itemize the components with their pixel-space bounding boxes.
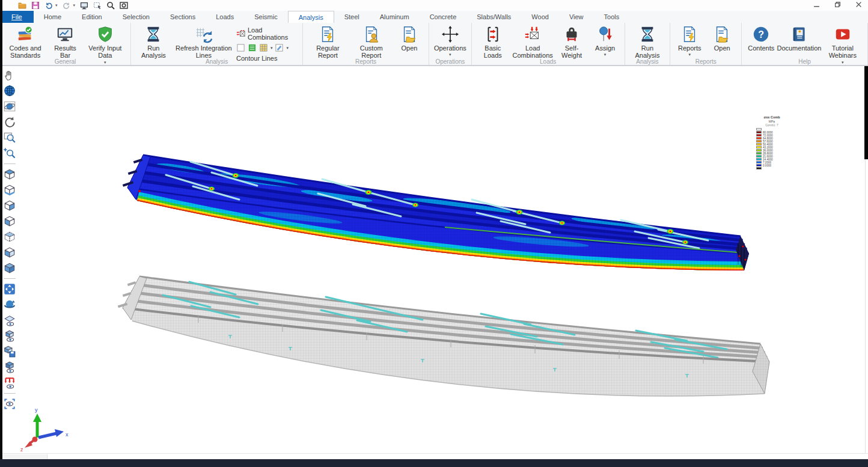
custom-report-button[interactable]: Custom Report — [350, 25, 393, 60]
tab-aluminum[interactable]: Aluminum — [370, 11, 420, 23]
window-controls — [813, 1, 862, 8]
ribbon-group-analysis: Run Analysis Refresh Integration Lines L… — [131, 23, 303, 65]
tab-selection[interactable]: Selection — [112, 11, 160, 23]
show-elements-icon[interactable] — [3, 329, 16, 343]
operations-button[interactable]: Operations ▾ — [432, 25, 468, 57]
report-person-icon — [362, 25, 381, 43]
open-button[interactable]: Open — [706, 25, 738, 52]
zoom-window-icon[interactable] — [3, 131, 16, 144]
tab-home[interactable]: Home — [34, 11, 72, 23]
tab-analysis[interactable]: Analysis — [288, 11, 334, 23]
legend-color-swatch — [756, 134, 762, 137]
view-iso-icon[interactable] — [3, 261, 16, 275]
assign-button[interactable]: Assign ▾ — [589, 25, 622, 57]
section-view-icon[interactable] — [3, 314, 16, 327]
search-icon[interactable] — [106, 1, 115, 10]
legend-color-swatch — [756, 167, 762, 170]
tab-concrete[interactable]: Concrete — [420, 11, 467, 23]
button-label: Open — [714, 44, 730, 52]
orbit-3d-icon[interactable] — [3, 298, 16, 311]
button-label: Run Analysis — [630, 44, 665, 60]
group-name: General — [0, 58, 130, 65]
load-combinations-option[interactable]: Load Combinations — [236, 26, 299, 41]
documentation-button[interactable]: Documentation — [777, 25, 821, 52]
contents-button[interactable]: ? Contents — [745, 25, 777, 52]
pan-icon[interactable] — [3, 69, 16, 82]
run-analysis-button[interactable]: Run Analysis — [134, 25, 173, 60]
view-top-icon[interactable] — [3, 168, 16, 181]
results-screen-icon[interactable] — [80, 1, 88, 10]
video-play-icon — [834, 25, 852, 43]
select-area-icon[interactable] — [93, 1, 102, 10]
save-view-icon[interactable] — [3, 345, 16, 358]
legend-value: 0.0000 — [763, 164, 771, 167]
show-selection-icon[interactable] — [3, 397, 16, 411]
self-weight-button[interactable]: Self-Weight — [555, 25, 589, 60]
show-loads-icon[interactable] — [3, 376, 16, 389]
run-analysis-button-2[interactable]: Run Analysis — [628, 25, 667, 60]
dropdown-arrow-icon[interactable]: ▾ — [286, 46, 289, 50]
tab-view[interactable]: View — [559, 11, 594, 23]
rotate-view-icon[interactable] — [3, 115, 16, 129]
show-model-icon[interactable] — [3, 361, 16, 374]
tab-file[interactable]: File — [0, 11, 34, 23]
close-button[interactable] — [855, 1, 862, 8]
zoom-fit-icon[interactable] — [3, 282, 16, 296]
basic-loads-button[interactable]: Basic Loads — [475, 25, 511, 60]
undo-dropdown-icon[interactable]: ▾ — [55, 3, 58, 8]
refresh-integration-lines-button[interactable]: Refresh Integration Lines — [173, 25, 234, 60]
dropdown-arrow-icon: ▾ — [449, 52, 451, 56]
zoom-capture-icon[interactable] — [120, 1, 128, 10]
contour-table-icon[interactable] — [259, 43, 268, 52]
ribbon-group-reports-2: Reports ▾ Open Reports — [670, 23, 742, 65]
contour-checkbox-icon[interactable] — [236, 43, 245, 52]
orbit-icon[interactable] — [3, 100, 16, 113]
redo-icon[interactable] — [63, 1, 71, 10]
globe-icon[interactable] — [3, 84, 16, 97]
view-back-icon[interactable] — [3, 230, 16, 243]
dropdown-arrow-icon[interactable]: ▾ — [270, 46, 273, 50]
save-icon[interactable] — [31, 1, 40, 10]
tab-edition[interactable]: Edition — [72, 11, 112, 23]
tab-loads[interactable]: Loads — [206, 11, 244, 23]
view-bottom-icon[interactable] — [3, 183, 16, 197]
undo-icon[interactable] — [44, 1, 53, 10]
open-folder-icon[interactable] — [18, 1, 26, 10]
ribbon-tab-bar: FileHomeEditionSelectionSectionsLoadsSei… — [0, 11, 868, 23]
zoom-dynamic-icon[interactable] — [3, 147, 16, 160]
svg-text:?: ? — [758, 29, 764, 40]
group-name: Operations — [429, 58, 471, 65]
tab-slabs-walls[interactable]: Slabs/Walls — [466, 11, 521, 23]
open-report-button[interactable]: Open — [393, 25, 426, 52]
restore-button[interactable] — [834, 1, 841, 8]
tab-steel[interactable]: Steel — [334, 11, 370, 23]
tab-sections[interactable]: Sections — [160, 11, 206, 23]
view-front-icon[interactable] — [3, 246, 16, 259]
legend-color-swatch — [756, 143, 762, 146]
contour-values-icon[interactable] — [248, 43, 257, 52]
codes-and-standards-button[interactable]: Codes and Standards — [3, 25, 47, 60]
legend-entries: 80.000072.000064.800057.600050.400043.20… — [756, 128, 787, 170]
document-folder-icon — [400, 25, 418, 43]
help-question-icon: ? — [752, 25, 770, 43]
ribbon-group-operations: Operations ▾ Operations — [429, 23, 472, 65]
contour-style-icon[interactable] — [275, 43, 284, 52]
results-bar-button[interactable]: Results Bar — [47, 25, 82, 60]
view-left-icon[interactable] — [3, 215, 16, 228]
tab-tools[interactable]: Tools — [594, 11, 630, 23]
button-label: Refresh Integration Lines — [175, 44, 233, 60]
minimize-button[interactable] — [813, 1, 820, 8]
dropdown-arrow-icon: ▾ — [688, 52, 691, 56]
redo-dropdown-icon[interactable]: ▾ — [73, 3, 76, 8]
results-bar-icon — [56, 25, 74, 43]
tab-wood[interactable]: Wood — [521, 11, 559, 23]
tab-seismic[interactable]: Seismic — [244, 11, 288, 23]
regular-report-button[interactable]: Regular Report — [306, 25, 349, 60]
reports-button[interactable]: Reports ▾ — [673, 25, 706, 57]
view-toolbar — [2, 69, 17, 411]
basic-loads-icon — [484, 25, 502, 43]
right-edge-strip — [864, 66, 868, 159]
view-right-icon[interactable] — [3, 199, 16, 212]
load-combinations-button[interactable]: Load Combinations — [511, 25, 555, 60]
viewport-3d[interactable]: y x z σxx Comb MPa Comb1: 7 80.000072.00… — [0, 66, 868, 453]
